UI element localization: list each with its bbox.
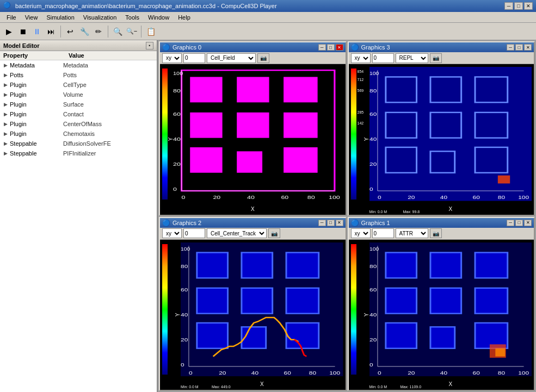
svg-rect-53: [242, 252, 273, 278]
graphics-0-field-select[interactable]: Cell_Field: [207, 53, 256, 63]
tree-item-1[interactable]: ▶ Potts Potts: [0, 70, 157, 80]
tree-arrow-7: ▶: [2, 130, 9, 137]
graphics-0-maximize[interactable]: □: [327, 44, 335, 51]
graphics-2-viewport[interactable]: 0 20 40 60 80 100 0 20 40 60 80 100 Y Mi…: [160, 240, 346, 390]
tree-value-5: Contact: [63, 111, 155, 117]
graphics-2-minimize[interactable]: ─: [318, 220, 326, 226]
graphics-3-snap-button[interactable]: 📷: [430, 53, 442, 63]
graphics-3-plane-select[interactable]: xy: [351, 53, 371, 63]
graphics-0-x-label: X: [251, 206, 255, 212]
graphics-3-close[interactable]: ✕: [524, 44, 532, 51]
graphics-0-viewport[interactable]: Y: [160, 64, 346, 215]
settings-button[interactable]: 🔧: [78, 25, 91, 38]
graphics-2-y-label: Y: [175, 313, 181, 316]
zoom-in-button[interactable]: 🔍: [111, 25, 124, 38]
tree-item-2[interactable]: ▶ Plugin CellType: [0, 80, 157, 90]
tree-item-7[interactable]: ▶ Plugin Chemotaxis: [0, 129, 157, 139]
menu-visualization[interactable]: Visualization: [79, 13, 121, 22]
clipboard-button[interactable]: 📋: [144, 25, 157, 38]
svg-text:20: 20: [408, 194, 415, 200]
svg-text:100: 100: [329, 369, 340, 375]
graphics-1-close[interactable]: ✕: [524, 220, 532, 226]
maximize-button[interactable]: □: [514, 2, 523, 10]
svg-text:80: 80: [309, 369, 316, 375]
tree-value-4: Surface: [63, 101, 155, 108]
window-controls: ─ □ ✕: [504, 2, 533, 10]
menu-window[interactable]: Window: [144, 13, 174, 22]
graphics-1-snap-button[interactable]: 📷: [430, 228, 442, 238]
menu-file[interactable]: File: [2, 13, 21, 22]
toolbar: ▶ ⏹ ⏸ ⏭ ↩ 🔧 ✏ 🔍 🔍− 📋: [0, 23, 536, 40]
svg-rect-34: [475, 147, 508, 173]
graphics-2-close[interactable]: ✕: [336, 220, 343, 226]
svg-text:40: 40: [181, 311, 188, 317]
edit-button[interactable]: ✏: [92, 25, 105, 38]
graphics-3-maximize[interactable]: □: [515, 44, 523, 51]
svg-rect-56: [242, 288, 273, 313]
graphics-2-field-select[interactable]: Cell_Center_Track: [207, 228, 267, 238]
svg-text:80: 80: [173, 88, 181, 94]
tree-item-9[interactable]: ▶ Steppable PIFInitializer: [0, 148, 157, 158]
graphics-3-z-input[interactable]: [372, 53, 394, 63]
graphics-1-icon: 🔵: [351, 219, 359, 227]
tree-label-1: Potts: [9, 72, 63, 78]
graphics-3-viewport[interactable]: 854 712 569 285 142: [349, 64, 534, 215]
svg-rect-4: [284, 77, 318, 102]
graphics-1-maximize[interactable]: □: [515, 220, 523, 226]
graphics-1-plane-select[interactable]: xy: [351, 228, 371, 238]
svg-text:0: 0: [181, 362, 184, 368]
svg-text:20: 20: [369, 337, 377, 343]
svg-rect-6: [237, 113, 269, 138]
tree-item-5[interactable]: ▶ Plugin Contact: [0, 109, 157, 119]
graphics-0-minimize[interactable]: ─: [318, 44, 326, 51]
minimize-button[interactable]: ─: [504, 2, 513, 10]
zoom-out-button[interactable]: 🔍−: [125, 25, 138, 38]
graphics-1-minimize[interactable]: ─: [507, 220, 514, 226]
graphics-3-cb-569: 569: [358, 89, 364, 92]
graphics-1-viewport[interactable]: 0 20 40 60 80 100 0 20 40 60 80 100 Y Mi…: [349, 240, 534, 390]
tree-arrow-0: ▶: [2, 62, 9, 69]
menu-help[interactable]: Help: [174, 13, 195, 22]
graphics-2-z-input[interactable]: [183, 228, 205, 238]
tree-item-3[interactable]: ▶ Plugin Volume: [0, 90, 157, 99]
graphics-0-z-input[interactable]: [183, 53, 205, 63]
graphics-3-minimize[interactable]: ─: [507, 44, 514, 51]
menu-view[interactable]: View: [21, 13, 42, 22]
graphics-3-x-label: X: [448, 206, 452, 212]
svg-text:20: 20: [219, 369, 226, 375]
tree-arrow-1: ▶: [2, 72, 9, 78]
undo-button[interactable]: ↩: [64, 25, 77, 38]
graphics-2-snap-button[interactable]: 📷: [268, 228, 280, 238]
stop-button[interactable]: ⏹: [16, 25, 29, 38]
graphics-2-maximize[interactable]: □: [327, 220, 335, 226]
tree-item-0[interactable]: ▶ Metadata Metadata: [0, 60, 157, 70]
model-editor-columns: Property Value: [0, 51, 157, 60]
model-editor: Model Editor ▪ Property Value ▶ Metadata…: [0, 40, 158, 392]
graphics-0-close[interactable]: ✕: [336, 44, 343, 51]
svg-text:20: 20: [213, 194, 220, 200]
step-button[interactable]: ⏭: [45, 25, 58, 38]
pause-button[interactable]: ⏸: [30, 25, 44, 38]
tree-item-8[interactable]: ▶ Steppable DiffusionSolverFE: [0, 139, 157, 148]
tree-value-2: CellType: [63, 82, 155, 88]
graphics-0-plot: 0 20 40 60 80 100 0 20 40 60 80 100: [173, 67, 343, 201]
tree-value-6: CenterOfMass: [63, 121, 155, 127]
graphics-1-z-input[interactable]: [372, 228, 394, 238]
tree-item-6[interactable]: ▶ Plugin CenterOfMass: [0, 119, 157, 129]
graphics-3-cb-854: 854: [358, 70, 364, 73]
close-button[interactable]: ✕: [524, 2, 533, 10]
play-button[interactable]: ▶: [2, 25, 15, 38]
graphics-0-snap-button[interactable]: 📷: [257, 53, 269, 63]
tree-arrow-4: ▶: [2, 101, 9, 108]
menu-simulation[interactable]: Simulation: [42, 13, 78, 22]
graphics-window-3: 🔵 Graphics 3 ─ □ ✕ xy REPL 📷 854: [348, 41, 535, 216]
graphics-1-controls-bar: xy ATTR 📷: [349, 228, 534, 240]
menu-tools[interactable]: Tools: [121, 13, 144, 22]
graphics-2-plane-select[interactable]: xy: [162, 228, 182, 238]
model-editor-pin-button[interactable]: ▪: [146, 42, 153, 49]
tree-item-4[interactable]: ▶ Plugin Surface: [0, 99, 157, 109]
graphics-3-field-select[interactable]: REPL: [396, 53, 428, 63]
graphics-1-field-select[interactable]: ATTR: [396, 228, 428, 238]
svg-rect-28: [475, 77, 508, 102]
graphics-0-plane-select[interactable]: xyxzyz: [162, 53, 182, 63]
